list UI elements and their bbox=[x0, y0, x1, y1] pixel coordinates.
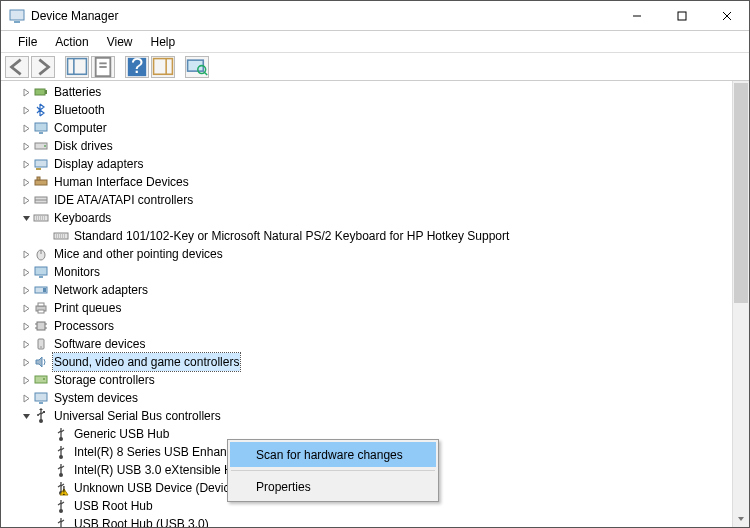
expand-icon[interactable] bbox=[19, 124, 33, 133]
tree-node-display-adapters[interactable]: Display adapters bbox=[5, 155, 729, 173]
expand-icon[interactable] bbox=[19, 358, 33, 367]
tree-node-system-devices[interactable]: System devices bbox=[5, 389, 729, 407]
properties-button[interactable] bbox=[91, 56, 115, 78]
bluetooth-icon bbox=[33, 102, 49, 118]
usb-warning-icon: ! bbox=[53, 480, 69, 496]
expand-icon[interactable] bbox=[19, 322, 33, 331]
svg-rect-1 bbox=[14, 21, 20, 23]
expand-icon[interactable] bbox=[19, 160, 33, 169]
software-device-icon bbox=[33, 336, 49, 352]
svg-rect-25 bbox=[36, 168, 41, 170]
expand-icon[interactable] bbox=[19, 106, 33, 115]
tree-node-standard-keyboard[interactable]: Standard 101/102-Key or Microsoft Natura… bbox=[5, 227, 729, 245]
menu-item-label: Scan for hardware changes bbox=[256, 448, 403, 462]
expand-icon[interactable] bbox=[19, 304, 33, 313]
tree-node-mice[interactable]: Mice and other pointing devices bbox=[5, 245, 729, 263]
action-pane-button[interactable] bbox=[151, 56, 175, 78]
menu-help[interactable]: Help bbox=[142, 33, 185, 51]
window-title: Device Manager bbox=[31, 9, 614, 23]
tree-area: Batteries Bluetooth Computer Disk drives bbox=[1, 81, 749, 527]
scrollbar-thumb[interactable] bbox=[734, 83, 748, 303]
scan-hardware-button[interactable] bbox=[185, 56, 209, 78]
tree-label: Print queues bbox=[53, 299, 122, 317]
svg-rect-18 bbox=[35, 89, 45, 95]
show-hide-console-tree-button[interactable] bbox=[65, 56, 89, 78]
expand-icon[interactable] bbox=[19, 250, 33, 259]
scroll-down-arrow-icon[interactable] bbox=[733, 510, 749, 527]
keyboard-icon bbox=[53, 228, 69, 244]
svg-rect-33 bbox=[54, 233, 68, 239]
tree-node-network[interactable]: Network adapters bbox=[5, 281, 729, 299]
svg-point-23 bbox=[44, 145, 46, 147]
vertical-scrollbar[interactable] bbox=[732, 81, 749, 527]
tree-node-monitors[interactable]: Monitors bbox=[5, 263, 729, 281]
context-menu-properties[interactable]: Properties bbox=[230, 474, 436, 499]
tree-node-batteries[interactable]: Batteries bbox=[5, 83, 729, 101]
menu-view[interactable]: View bbox=[98, 33, 142, 51]
svg-point-51 bbox=[40, 346, 42, 348]
tree-node-processors[interactable]: Processors bbox=[5, 317, 729, 335]
svg-rect-6 bbox=[68, 59, 87, 75]
monitor-icon bbox=[33, 264, 49, 280]
back-button[interactable] bbox=[5, 56, 29, 78]
expand-icon[interactable] bbox=[19, 142, 33, 151]
tree-node-print-queues[interactable]: Print queues bbox=[5, 299, 729, 317]
tree-node-bluetooth[interactable]: Bluetooth bbox=[5, 101, 729, 119]
tree-node-ide[interactable]: IDE ATA/ATAPI controllers bbox=[5, 191, 729, 209]
tree-node-software-devices[interactable]: Software devices bbox=[5, 335, 729, 353]
tree-node-disk-drives[interactable]: Disk drives bbox=[5, 137, 729, 155]
system-device-icon bbox=[33, 390, 49, 406]
expand-icon[interactable] bbox=[19, 286, 33, 295]
expand-icon[interactable] bbox=[19, 268, 33, 277]
close-button[interactable] bbox=[704, 1, 749, 30]
expand-icon[interactable] bbox=[19, 340, 33, 349]
titlebar: Device Manager bbox=[1, 1, 749, 31]
collapse-icon[interactable] bbox=[19, 412, 33, 421]
hid-icon bbox=[33, 174, 49, 190]
context-menu-scan-hardware[interactable]: Scan for hardware changes bbox=[230, 442, 436, 467]
menu-file[interactable]: File bbox=[9, 33, 46, 51]
svg-rect-13 bbox=[154, 59, 173, 75]
svg-rect-21 bbox=[39, 132, 43, 134]
svg-rect-20 bbox=[35, 123, 47, 131]
tree-node-usb[interactable]: Universal Serial Bus controllers bbox=[5, 407, 729, 425]
maximize-button[interactable] bbox=[659, 1, 704, 30]
menu-item-label: Properties bbox=[256, 480, 311, 494]
printer-icon bbox=[33, 300, 49, 316]
svg-rect-44 bbox=[38, 310, 44, 313]
tree-label: Monitors bbox=[53, 263, 101, 281]
forward-button[interactable] bbox=[31, 56, 55, 78]
expand-icon[interactable] bbox=[19, 376, 33, 385]
tree-node-storage[interactable]: Storage controllers bbox=[5, 371, 729, 389]
help-button[interactable]: ? bbox=[125, 56, 149, 78]
minimize-button[interactable] bbox=[614, 1, 659, 30]
tree-node-hid[interactable]: Human Interface Devices bbox=[5, 173, 729, 191]
disk-icon bbox=[33, 138, 49, 154]
tree-node-computer[interactable]: Computer bbox=[5, 119, 729, 137]
context-menu: Scan for hardware changes Properties bbox=[227, 439, 439, 502]
keyboard-icon bbox=[33, 210, 49, 226]
expand-icon[interactable] bbox=[19, 88, 33, 97]
svg-text:!: ! bbox=[62, 484, 65, 497]
tree-label: USB Root Hub bbox=[73, 497, 154, 515]
tree-node-keyboards[interactable]: Keyboards bbox=[5, 209, 729, 227]
expand-icon[interactable] bbox=[19, 178, 33, 187]
monitor-icon bbox=[33, 120, 49, 136]
menu-action[interactable]: Action bbox=[46, 33, 97, 51]
svg-rect-43 bbox=[38, 303, 44, 306]
svg-rect-3 bbox=[678, 12, 686, 20]
svg-rect-27 bbox=[37, 177, 40, 180]
tree-label: Computer bbox=[53, 119, 108, 137]
expand-icon[interactable] bbox=[19, 196, 33, 205]
collapse-icon[interactable] bbox=[19, 214, 33, 223]
tree-label: IDE ATA/ATAPI controllers bbox=[53, 191, 194, 209]
expand-icon[interactable] bbox=[19, 394, 33, 403]
svg-rect-39 bbox=[39, 276, 43, 278]
svg-rect-26 bbox=[35, 180, 47, 185]
tree-label: Sound, video and game controllers bbox=[53, 353, 240, 371]
tree-label: Human Interface Devices bbox=[53, 173, 190, 191]
tree-node-sound[interactable]: Sound, video and game controllers bbox=[5, 353, 729, 371]
tree-node-usb-root-hub-30[interactable]: USB Root Hub (USB 3.0) bbox=[5, 515, 729, 527]
tree-label: Display adapters bbox=[53, 155, 144, 173]
svg-rect-54 bbox=[35, 393, 47, 401]
